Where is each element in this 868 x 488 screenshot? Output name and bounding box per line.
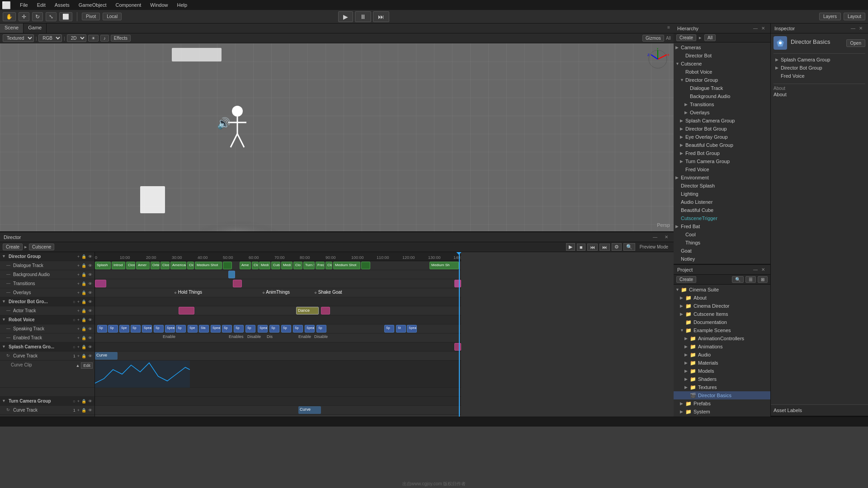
p-list-btn[interactable]: ⊞	[758, 276, 768, 283]
clip-med-shot4[interactable]: Medium Sh	[429, 262, 459, 269]
track-tcg-lock[interactable]: 🔒	[81, 399, 87, 404]
menu-assets[interactable]: Assets	[53, 1, 71, 9]
clip-speak4[interactable]: Sp	[131, 325, 141, 333]
play-button[interactable]: ▶	[338, 11, 353, 22]
track-cc-edit[interactable]: Edit	[81, 362, 93, 369]
track-dialogue[interactable]: — Dialogue Track + 🔒 👁	[0, 261, 94, 270]
clip-speak3[interactable]: Spe	[119, 325, 129, 333]
h-beautiful-cube[interactable]: Beautiful Cube	[674, 206, 770, 214]
tl-record-btn[interactable]: ⚙	[612, 243, 622, 251]
menu-gameobject[interactable]: GameObject	[77, 1, 108, 9]
clip-med-shot2[interactable]: Medi	[259, 262, 270, 269]
p-materials[interactable]: ▶ 📁 Materials	[674, 359, 770, 367]
h-all-btn[interactable]: All	[704, 34, 716, 41]
h-fred-bot-group[interactable]: ▶ Fred Bot Group	[674, 149, 770, 157]
h-audio-listener[interactable]: Audio Listener	[674, 198, 770, 206]
track-at-lock[interactable]: 🔒	[81, 309, 87, 313]
p-director-basics[interactable]: 🎬 Director Basics	[674, 391, 770, 399]
p-audio[interactable]: ▶ 📁 Audio	[674, 351, 770, 359]
h-director-splash[interactable]: Director Splash	[674, 182, 770, 190]
h-dialogue-track[interactable]: Dialogue Track	[674, 84, 770, 92]
toolbar-move-btn[interactable]: ✛	[19, 12, 29, 21]
layers-dropdown[interactable]: Layers	[819, 13, 841, 20]
p-about[interactable]: ▶ 📁 About	[674, 294, 770, 302]
track-d-lock[interactable]: 🔒	[81, 263, 87, 268]
track-ct2-vis[interactable]: 👁	[88, 408, 93, 413]
clip-clo5[interactable]: Clo	[326, 262, 332, 269]
clip-trans1[interactable]	[95, 280, 106, 287]
h-director-bot-group[interactable]: ▶ Director Bot Group	[674, 125, 770, 133]
clip-clo3[interactable]: Clo	[252, 262, 259, 269]
tl-prev-btn[interactable]: ⏮	[587, 244, 598, 251]
track-ba-add[interactable]: +	[77, 272, 80, 277]
local-btn[interactable]: Local	[103, 13, 122, 20]
h-environment[interactable]: ▶ Environment	[674, 174, 770, 182]
project-minimize[interactable]: —	[751, 267, 760, 272]
track-scg-vis[interactable]: ○	[72, 345, 75, 349]
h-turn-camera-group[interactable]: ▶ Turn Camera Group	[674, 157, 770, 165]
toolbar-rotate-btn[interactable]: ↻	[32, 12, 43, 21]
menu-file[interactable]: File	[18, 1, 30, 9]
track-vis-btn[interactable]: 👁	[88, 254, 93, 259]
hierarchy-close[interactable]: ✕	[760, 26, 767, 31]
clips-curve-track[interactable]: Curve	[95, 352, 461, 361]
track-ov-add[interactable]: +	[77, 291, 80, 295]
p-cutscene-items[interactable]: ▶ 📁 Cutscene Items	[674, 310, 770, 318]
track-bg-audio[interactable]: — Background Audio + 🔒 👁	[0, 270, 94, 279]
h-splash-camera[interactable]: ▶ Splash Camera Group	[674, 117, 770, 125]
track-sp-lock[interactable]: 🔒	[81, 327, 87, 331]
p-animations[interactable]: ▶ 📁 Animations	[674, 343, 770, 351]
clip-close[interactable]: Clos	[126, 262, 135, 269]
timeline-tracks[interactable]: 0 10:00 20:00 30:00 40:00 50:00 60:00 70…	[95, 252, 674, 417]
scene-sound-btn[interactable]: ♪	[100, 35, 109, 42]
track-transitions[interactable]: — Transitions + 🔒 👁	[0, 279, 94, 288]
clip-america[interactable]: Amer	[136, 262, 150, 269]
clip-speak16[interactable]: Sp	[269, 325, 279, 333]
p-cinema-director[interactable]: ▶ 📁 Cinema Director	[674, 302, 770, 310]
clip-medium-shot[interactable]: Medium Shot	[195, 262, 222, 269]
clip-curve2-label[interactable]: Curve	[298, 406, 321, 414]
track-rv-eye[interactable]: 👁	[88, 318, 93, 322]
clip-speak1[interactable]: Sp	[97, 325, 107, 333]
track-rv-vis[interactable]: ○	[72, 318, 75, 322]
p-system[interactable]: ▶ 📁 System	[674, 408, 770, 416]
clip-trans3[interactable]	[454, 280, 461, 287]
h-transitions[interactable]: ▶ Transitions	[674, 100, 770, 108]
layout-dropdown[interactable]: Layout	[844, 13, 865, 20]
clip-medi2[interactable]: Medi	[281, 262, 292, 269]
director-close[interactable]: ✕	[663, 235, 670, 239]
clip-speak13[interactable]: Sp	[234, 325, 244, 333]
toolbar-scale-btn[interactable]: ⤡	[46, 12, 57, 21]
track-rv-lock[interactable]: 🔒	[81, 318, 87, 322]
clips-dialogue[interactable]: Splash Introd Clos Amer Orbit Close Amer…	[95, 261, 461, 270]
clips-splash-camera-group[interactable]	[95, 343, 461, 352]
track-splash-camera-group[interactable]: ▼ Splash Camera Gro... ○ + 🔒 👁	[0, 343, 94, 352]
gizmos-btn[interactable]: Gizmos	[642, 35, 664, 42]
insp-splash-camera-group[interactable]: ▶ Splash Camera Group	[774, 56, 865, 64]
track-sp-vis[interactable]: 👁	[88, 327, 93, 331]
clip-speak19[interactable]: Speak	[305, 325, 315, 333]
clip-close2[interactable]: Close	[160, 262, 170, 269]
track-sp-add[interactable]: +	[77, 327, 80, 331]
tl-play-btn[interactable]: ▶	[566, 243, 575, 251]
clips-bg-audio[interactable]	[95, 270, 461, 279]
track-lock-btn[interactable]: 🔒	[81, 254, 87, 259]
p-textures[interactable]: ▶ 📁 Textures	[674, 383, 770, 391]
track-speaking[interactable]: — Speaking Track + 🔒 👁	[0, 324, 94, 333]
clip-speak15[interactable]: Speak	[258, 325, 268, 333]
track-tcg-vis[interactable]: ○	[72, 399, 75, 404]
track-add-btn[interactable]: +	[77, 254, 80, 259]
clip-actor1[interactable]	[179, 307, 194, 314]
clip-bg-audio1[interactable]	[228, 271, 235, 278]
h-goat[interactable]: Goat	[674, 247, 770, 255]
clip-speak17[interactable]: Sp	[281, 325, 291, 333]
tl-stop-btn[interactable]: ■	[577, 244, 585, 251]
clip-american-shot[interactable]: American Shot	[170, 262, 186, 269]
tl-create-btn[interactable]: Create	[3, 244, 23, 250]
toolbar-rect-btn[interactable]: ⬜	[59, 12, 72, 21]
track-ct-vis[interactable]: 👁	[88, 354, 93, 358]
dimension-select[interactable]: 2D	[67, 34, 86, 42]
tl-zoom-btn[interactable]: 🔍	[623, 243, 635, 251]
pause-button[interactable]: ⏸	[355, 11, 371, 22]
h-things[interactable]: Things	[674, 239, 770, 247]
